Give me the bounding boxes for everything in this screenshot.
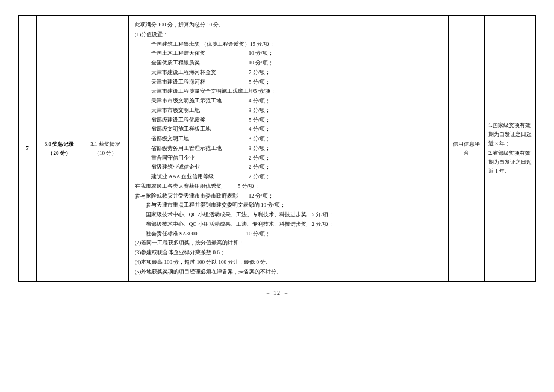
- cell-sub: 3.1 获奖情况（10 分）: [82, 16, 129, 282]
- extra-line: 在我市农民工各类大赛获组织优秀奖 5 分/项；: [135, 182, 443, 191]
- award-name: 省级建筑业诚信企业: [151, 163, 249, 172]
- award-name: 省部级建设工程优质奖: [151, 116, 249, 125]
- section1-title: (1)分值设置：: [135, 30, 443, 40]
- extra-line: 国家级技术中心、QC 小组活动成果、工法、专利技术、科技进步奖 5 分/项；: [135, 210, 443, 220]
- award-score: 3 分/项；: [249, 144, 270, 154]
- award-name: 天津市市级文明施工示范工地: [151, 96, 249, 106]
- award-line: 全国土木工程詹天佑奖10 分/项；: [135, 49, 443, 58]
- award-line: 天津市市级文明施工示范工地4 分/项；: [135, 96, 443, 106]
- award-line: 天津市市级文明工地3 分/项；: [135, 106, 443, 116]
- award-line: 省部级文明施工样板工地4 分/项；: [135, 125, 443, 134]
- cell-content: 此项满分 100 分，折算为总分 10 分。(1)分值设置：全国建筑工程鲁班奖 …: [128, 16, 449, 282]
- award-line: 建筑业 AAA 企业信用等级2 分/项；: [135, 172, 443, 182]
- cell-no: 7: [19, 16, 37, 282]
- award-name: 全国建筑工程鲁班奖 （优质工程金质奖）: [151, 40, 250, 49]
- award-name: 省部级文明施工样板工地: [151, 125, 249, 134]
- award-name: 省部级文明工地: [151, 134, 249, 144]
- award-name: 重合同守信用企业: [151, 154, 249, 163]
- award-name: 天津市建设工程海河杯: [151, 78, 249, 87]
- rule-line: (3)参建或联合体企业得分乘系数 0.6；: [135, 248, 443, 258]
- award-line: 省部级劳务用工管理示范工地3 分/项；: [135, 144, 443, 154]
- scoring-table: 7 3.0 奖惩记录（20 分） 3.1 获奖情况（10 分） 此项满分 100…: [18, 15, 536, 282]
- award-score: 5 分/项；: [249, 78, 270, 87]
- award-score: 10 分/项；: [249, 49, 273, 58]
- award-line: 省部级文明工地3 分/项；: [135, 134, 443, 144]
- award-name: 建筑业 AAA 企业信用等级: [151, 172, 249, 182]
- award-name: 省部级劳务用工管理示范工地: [151, 144, 249, 154]
- extra-line: 社会责任标准 SA8000 10 分/项；: [135, 229, 443, 239]
- extra-line: 省部级技术中心、QC 小组活动成果、工法、专利技术、科技进步奖 2 分/项；: [135, 220, 443, 229]
- award-score: 4 分/项；: [249, 96, 270, 106]
- extra-line: 参与天津市重点工程并得到市建交委明文表彰的 10 分/项；: [135, 201, 443, 210]
- award-score: 5 分/项；: [254, 87, 276, 96]
- rule-line: (4)本项最高 100 分，超过 100 分以 100 分计，最低 0 分。: [135, 258, 443, 267]
- award-score: 2 分/项；: [249, 154, 270, 163]
- table-row: 7 3.0 奖惩记录（20 分） 3.1 获奖情况（10 分） 此项满分 100…: [19, 16, 536, 282]
- award-line: 省部级建设工程优质奖5 分/项；: [135, 116, 443, 125]
- rule-line: (5)外地获奖奖项的项目经理必须在津备案，未备案的不计分。: [135, 267, 443, 277]
- award-name: 天津市建设工程海河杯金奖: [151, 68, 249, 78]
- award-line: 省级建筑业诚信企业2 分/项；: [135, 163, 443, 172]
- award-line: 天津市建设工程质量安全文明施工观摩工地5 分/项；: [135, 87, 443, 96]
- award-line: 全国建筑工程鲁班奖 （优质工程金质奖）15 分/项；: [135, 40, 443, 49]
- award-score: 7 分/项；: [249, 68, 270, 78]
- content-header: 此项满分 100 分，折算为总分 10 分。: [135, 20, 443, 30]
- award-score: 3 分/项；: [249, 134, 270, 144]
- cell-source: 信用信息平台: [449, 16, 485, 282]
- award-line: 全国优质工程银质奖10 分/项；: [135, 58, 443, 68]
- award-score: 2 分/项；: [249, 172, 270, 182]
- cell-category: 3.0 奖惩记录（20 分）: [36, 16, 82, 282]
- award-score: 10 分/项；: [249, 58, 273, 68]
- award-line: 天津市建设工程海河杯5 分/项；: [135, 78, 443, 87]
- extra-line: 参与抢险或救灾并受天津市市委市政府表彰 12 分/项；: [135, 191, 443, 201]
- award-name: 天津市市级文明工地: [151, 106, 249, 116]
- award-line: 重合同守信用企业2 分/项；: [135, 154, 443, 163]
- award-name: 天津市建设工程质量安全文明施工观摩工地: [151, 87, 254, 96]
- award-score: 5 分/项；: [249, 116, 270, 125]
- award-name: 全国土木工程詹天佑奖: [151, 49, 249, 58]
- award-line: 天津市建设工程海河杯金奖7 分/项；: [135, 68, 443, 78]
- cell-notes: 1.国家级奖项有效期为自发证之日起近 3 年； 2.省部级奖项有效期为自发证之日…: [484, 16, 535, 282]
- award-score: 3 分/项；: [249, 106, 270, 116]
- award-score: 4 分/项；: [249, 125, 270, 134]
- award-name: 全国优质工程银质奖: [151, 58, 249, 68]
- rule-line: (2)若同一工程获多项奖，按分值最高的计算；: [135, 238, 443, 248]
- award-score: 15 分/项；: [250, 40, 275, 49]
- page-number: － 12 －: [18, 289, 536, 297]
- award-score: 2 分/项；: [249, 163, 270, 172]
